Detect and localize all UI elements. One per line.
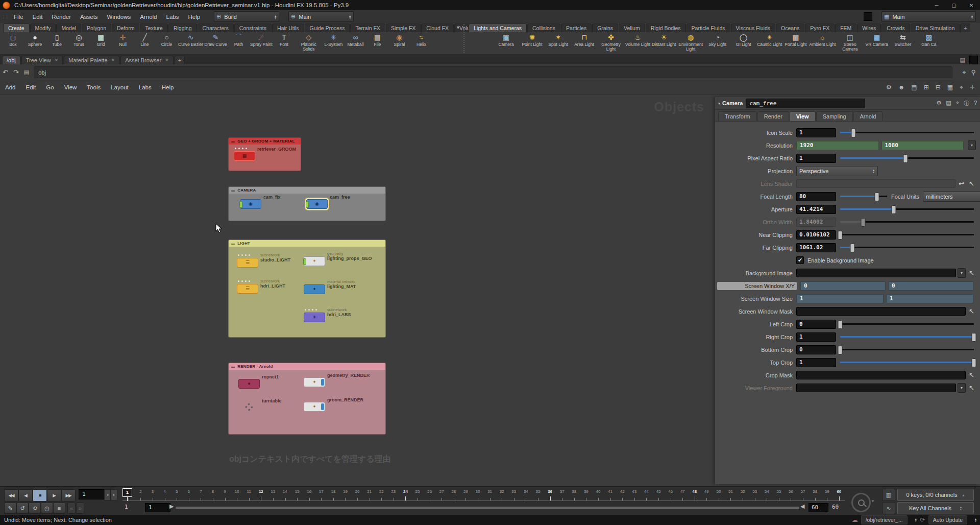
menu-item[interactable]: File — [9, 11, 28, 23]
shelf-tool[interactable]: ▤ Portal Light — [782, 33, 808, 47]
spinner-icon[interactable]: ▲▼ — [274, 15, 277, 19]
network-menu-item[interactable]: Go — [41, 81, 59, 93]
shelf-tab[interactable]: Texture — [140, 23, 167, 32]
refresh-icon[interactable]: ⟳ — [920, 516, 925, 523]
param-text-field[interactable] — [796, 269, 956, 277]
shelf-tool[interactable]: ≈ Helix — [410, 33, 432, 47]
network-menu-item[interactable]: View — [59, 81, 82, 93]
param-text-field[interactable] — [796, 384, 956, 392]
range-left-handle[interactable]: ▶ — [169, 503, 174, 510]
key-mode-dropdown[interactable]: Key All Channels ▲▼ — [897, 502, 974, 514]
shelf-tab[interactable]: Grains — [592, 23, 618, 32]
shelf-tool[interactable]: ✛ Null — [112, 33, 134, 47]
scope-icon[interactable]: ↺ — [16, 503, 29, 514]
spinner-icon[interactable]: ▲▼ — [349, 15, 351, 19]
network-menu-item[interactable]: Edit — [20, 81, 41, 93]
spinner-icon[interactable]: ▲▼ — [872, 169, 875, 173]
slider-handle[interactable] — [850, 244, 854, 252]
slider-handle[interactable] — [838, 231, 843, 240]
param-value-field[interactable]: 1 — [796, 128, 836, 137]
close-icon[interactable]: ✕ — [165, 58, 169, 63]
shelf-tab[interactable]: Rigging — [168, 23, 197, 32]
network-menu-item[interactable]: Add — [0, 81, 20, 93]
shelf-tab[interactable]: Oceans — [776, 23, 804, 32]
network-node[interactable]: ∷ — [238, 403, 259, 412]
shelf-tool[interactable]: ☼ Ambient Light — [808, 33, 836, 47]
context-path-dropdown[interactable]: /obj/retriever_... — [861, 515, 908, 524]
op-chooser-icon[interactable]: ↖ — [967, 269, 976, 277]
shelf-tab[interactable]: Collisions — [527, 23, 560, 32]
network-node[interactable]: ✦ — [304, 402, 325, 412]
shelf-tool[interactable]: ♨ Volume Light — [625, 33, 651, 47]
shelf-set-selector[interactable]: ⊞ Build ▲▼ — [214, 11, 279, 22]
param-value-field[interactable]: 1.84002 — [796, 218, 836, 227]
shelf-tab[interactable]: Guide Process — [305, 23, 350, 32]
spinner-icon[interactable]: ▲▼ — [974, 518, 977, 522]
slider-handle[interactable] — [972, 359, 976, 367]
network-node[interactable]: ✦ — [304, 256, 325, 266]
shelf-tab[interactable]: Rigid Bodies — [646, 23, 686, 32]
slider-handle[interactable] — [861, 218, 865, 227]
param-slider[interactable] — [840, 132, 974, 133]
shelf-tool[interactable]: ✤ Geometry Light — [597, 33, 625, 52]
shelf-tab[interactable]: FEM — [835, 23, 856, 32]
param-slider[interactable] — [840, 157, 974, 159]
shelf-tool[interactable]: ▦ Grid — [90, 33, 112, 47]
shelf-tool[interactable]: ○ Circle — [156, 33, 178, 47]
shelf-tool[interactable]: ✺ Point Light — [519, 33, 545, 47]
dropdown-arrow-icon[interactable]: ▾ — [968, 140, 976, 150]
slider-handle[interactable] — [903, 154, 908, 163]
param-value-field-1[interactable]: 1 — [796, 294, 884, 303]
parameter-tab[interactable]: Transform — [718, 111, 757, 121]
display-options-icon[interactable]: ▦ — [947, 84, 953, 91]
units-dropdown[interactable]: millimeters ▲▼ — [923, 192, 980, 202]
range-start-field[interactable]: 1 — [145, 503, 170, 512]
shelf-tab[interactable]: Characters — [198, 23, 234, 32]
close-icon[interactable]: ✕ — [111, 58, 115, 63]
info-icon[interactable]: ⓘ — [964, 100, 969, 107]
shelf-tool[interactable]: ▦ VR Camera — [864, 33, 890, 47]
box-minimize-icon[interactable]: ▬ — [231, 188, 235, 192]
shelf-tab[interactable]: Polygon — [82, 23, 111, 32]
network-node[interactable]: ☀ — [304, 313, 325, 322]
slider-handle[interactable] — [874, 193, 879, 201]
shelf-tool[interactable]: ◔ Sky Light — [704, 33, 730, 47]
param-value-field[interactable]: 0 — [796, 320, 836, 329]
shelf-tool[interactable]: ∞ Metaball — [345, 33, 366, 47]
jump-start-icon[interactable]: ◀◀ — [4, 489, 18, 502]
shelf-tab[interactable]: Particles — [561, 23, 592, 32]
close-icon[interactable]: ✕ — [55, 58, 59, 63]
color-swatch[interactable] — [864, 12, 872, 21]
shelf-tool[interactable]: ◇ Platonic Solids — [295, 33, 323, 52]
param-text-field[interactable] — [796, 179, 955, 188]
menu-item[interactable]: Render — [47, 11, 76, 23]
param-value-field[interactable]: 1 — [796, 358, 836, 367]
node-name-field[interactable]: cam_free — [746, 99, 865, 108]
shelf-tab[interactable]: Deform — [112, 23, 139, 32]
bookmark-icon[interactable]: ▤ — [24, 69, 29, 76]
param-slider[interactable] — [840, 336, 974, 338]
add-pane-tab-button[interactable]: + — [175, 56, 185, 64]
shelf-tab[interactable]: Simple FX — [386, 23, 421, 32]
shelf-tool[interactable]: ▩ Gan Ca — [916, 33, 942, 47]
box-minimize-icon[interactable]: ▬ — [231, 365, 235, 368]
zoom-icon[interactable]: ⌖ — [960, 84, 963, 91]
revert-icon[interactable]: ↩ — [957, 180, 966, 187]
frame-decrement-icon[interactable]: ◂ — [104, 489, 111, 500]
shelf-tool[interactable]: ⊓ Area Light — [571, 33, 597, 47]
pin-icon[interactable]: ✛ — [970, 84, 975, 91]
minimize-button[interactable]: ─ — [928, 0, 945, 10]
frame-ruler[interactable]: 1234567891011121314151617181920212223242… — [122, 488, 845, 501]
param-value-field-2[interactable]: 1080 — [881, 141, 964, 150]
help-icon[interactable]: ? — [974, 100, 977, 107]
param-value-field[interactable]: 1061.02 — [796, 243, 836, 252]
box-minimize-icon[interactable]: ▬ — [231, 139, 235, 143]
network-node[interactable]: ◉ — [306, 199, 328, 209]
param-value-field-1[interactable]: 0 — [800, 281, 886, 291]
tick-settings-icon[interactable]: ≡ — [53, 503, 65, 514]
node-input-flag[interactable] — [306, 201, 309, 208]
shelf-tool[interactable]: ▤ File — [366, 33, 388, 47]
main-selector[interactable]: ⊕ Main ▲▼ — [288, 11, 354, 22]
param-slider[interactable] — [840, 234, 974, 235]
keyframe-options-icon[interactable]: ▼ — [871, 499, 875, 504]
